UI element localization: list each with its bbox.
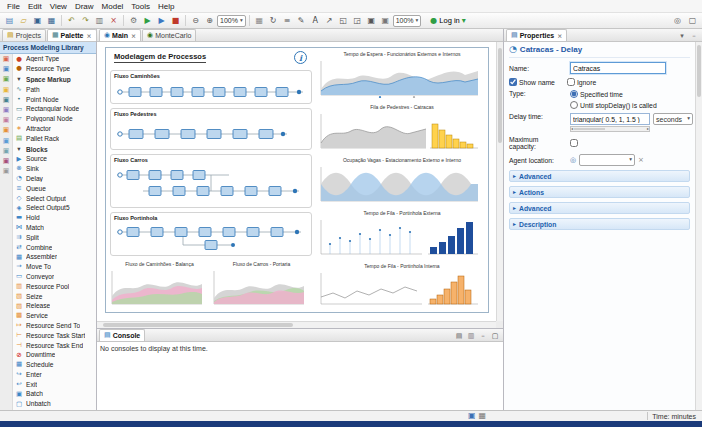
- flow-chain-svg[interactable]: [113, 167, 309, 205]
- properties-section-header[interactable]: ▸ Actions: [509, 186, 690, 198]
- model-canvas[interactable]: Modelagem de Processos i Fluxo Caminhões: [97, 42, 496, 321]
- menu-draw[interactable]: Draw: [71, 1, 98, 12]
- time-units-select[interactable]: seconds ▾: [653, 113, 693, 125]
- palette-item-point-node[interactable]: • Point Node: [13, 94, 96, 104]
- build-icon[interactable]: ⚙: [127, 14, 140, 27]
- palette-group-space-markup[interactable]: ▾ Space Markup: [13, 75, 96, 85]
- flow-group-portinhola[interactable]: Fluxo Portinhola: [110, 212, 312, 256]
- close-icon[interactable]: ×: [87, 33, 92, 39]
- maximize-view-icon[interactable]: ▢: [490, 331, 500, 341]
- new-model-icon[interactable]: ▤: [3, 14, 16, 27]
- palette-library-tab[interactable]: ▣: [3, 168, 10, 175]
- tab-projects[interactable]: ▤ Projects: [2, 29, 46, 41]
- palette-item-combine[interactable]: ⇄ Combine: [13, 242, 96, 252]
- scrollbar-thumb[interactable]: [697, 45, 701, 97]
- properties-section-header[interactable]: ▸ Advanced: [509, 170, 690, 182]
- close-icon[interactable]: ×: [557, 33, 562, 39]
- chart-tempo-espera[interactable]: Tempo de Espera - Funcionários Externos …: [318, 50, 486, 101]
- palette-item-move-to[interactable]: → Move To: [13, 262, 96, 272]
- palette-library-tab[interactable]: ▣: [3, 76, 10, 83]
- palette-item-unbatch[interactable]: ▢ Unbatch: [13, 399, 96, 409]
- minimize-view-icon[interactable]: –: [689, 31, 699, 41]
- tab-palette[interactable]: ▦ Palette ×: [47, 29, 97, 41]
- save-all-icon[interactable]: ▦: [45, 14, 58, 27]
- palette-library-tab[interactable]: ▣: [3, 127, 10, 134]
- palette-item-resource-pool[interactable]: ▥ Resource Pool: [13, 281, 96, 291]
- palette-library-tab[interactable]: ▣: [3, 107, 10, 114]
- palette-item-resource-task-end[interactable]: ⊣ Resource Task End: [13, 340, 96, 350]
- chart-fila-pedestres[interactable]: Fila de Pedestres - Catracas: [318, 103, 486, 154]
- open-perspective-icon[interactable]: ▢: [686, 14, 699, 27]
- until-stopdelay-radio[interactable]: [570, 101, 578, 109]
- palette-library-tab[interactable]: ▣: [3, 158, 10, 165]
- palette-item-downtime[interactable]: ⊘ Downtime: [13, 350, 96, 360]
- scrollbar-track[interactable]: [573, 127, 647, 131]
- specified-time-radio[interactable]: [570, 90, 578, 98]
- palette-item-delay[interactable]: ◔ Delay: [13, 174, 96, 184]
- chart-fila-portinhola-interna[interactable]: Tempo de Fila - Portinhola Interna: [318, 262, 486, 312]
- palette-item-enter[interactable]: ↪ Enter: [13, 370, 96, 380]
- menu-model[interactable]: Model: [98, 1, 128, 12]
- palette-item-polygonal-node[interactable]: ▱ Polygonal Node: [13, 114, 96, 124]
- bring-to-front-icon[interactable]: ◱: [337, 14, 350, 27]
- canvas-horizontal-scrollbar[interactable]: [97, 321, 496, 328]
- info-icon[interactable]: i: [294, 51, 307, 64]
- scroll-right-icon[interactable]: ▸: [647, 127, 649, 131]
- save-icon[interactable]: ▣: [31, 14, 44, 27]
- chart-ocupacao-vagas[interactable]: Ocupação Vagas - Estacionamento Externo …: [318, 156, 486, 207]
- palette-item-agent-type[interactable]: ● Agent Type: [13, 54, 96, 64]
- palette-item-source[interactable]: ▶ Source: [13, 154, 96, 164]
- tab-properties[interactable]: ▤ Properties ×: [506, 29, 567, 41]
- palette-library-tab[interactable]: ▣: [3, 138, 10, 145]
- palette-item-release[interactable]: ▨ Release: [13, 301, 96, 311]
- stop-icon[interactable]: ■: [169, 14, 182, 27]
- scrollbar-thumb[interactable]: [103, 323, 293, 327]
- menu-help[interactable]: Help: [154, 1, 178, 12]
- chart-fluxo-caminhoes-balanca[interactable]: Fluxo de Caminhões - Balança: [110, 260, 209, 312]
- tab-montecarlo[interactable]: ◉ MonteCarlo: [142, 29, 196, 41]
- palette-library-tab[interactable]: ▣: [3, 148, 10, 155]
- connector-icon[interactable]: ↗: [323, 14, 336, 27]
- palette-library-tab[interactable]: ▣: [3, 66, 10, 73]
- text-tool-icon[interactable]: A: [309, 14, 322, 27]
- search-icon[interactable]: ◎: [671, 14, 684, 27]
- status-task-icon[interactable]: ▦: [479, 412, 487, 420]
- redo-icon[interactable]: ↷: [79, 14, 92, 27]
- properties-section-header[interactable]: ▸ Description: [509, 218, 690, 230]
- palette-item-hold[interactable]: ▬ Hold: [13, 213, 96, 223]
- copy-icon[interactable]: ▥: [93, 14, 106, 27]
- palette-item-attractor[interactable]: ∗ Attractor: [13, 124, 96, 134]
- palette-item-exit[interactable]: ↩ Exit: [13, 379, 96, 389]
- menu-file[interactable]: File: [3, 1, 24, 12]
- zoom-in-icon[interactable]: ⊕: [203, 14, 216, 27]
- scrollbar-thumb[interactable]: [498, 48, 502, 143]
- palette-item-batch[interactable]: ▣ Batch: [13, 389, 96, 399]
- palette-item-match[interactable]: ⋈ Match: [13, 223, 96, 233]
- rotate-icon[interactable]: ↻: [267, 14, 280, 27]
- pen-icon[interactable]: ✎: [295, 14, 308, 27]
- tab-console[interactable]: ▤ Console: [99, 329, 145, 341]
- show-name-checkbox[interactable]: [509, 78, 517, 86]
- zoom-select[interactable]: 100%▾: [217, 15, 246, 27]
- ignore-checkbox[interactable]: [567, 78, 575, 86]
- grid-icon[interactable]: ▦: [253, 14, 266, 27]
- palette-item-select-output5[interactable]: ◈ Select Output5: [13, 203, 96, 213]
- debug-icon[interactable]: ▶: [155, 14, 168, 27]
- run-icon[interactable]: ▶: [141, 14, 154, 27]
- chart-fila-portinhola-externa[interactable]: Tempo de Fila - Portinhola Externa: [318, 209, 486, 260]
- palette-item-split[interactable]: ⇉ Split: [13, 232, 96, 242]
- expression-scrollbar[interactable]: ◂ ▸: [570, 126, 650, 132]
- palette-item-resource-send-to[interactable]: ↦ Resource Send To: [13, 321, 96, 331]
- delete-icon[interactable]: ×: [107, 14, 120, 27]
- delay-expression-input[interactable]: [570, 113, 650, 125]
- maximum-capacity-checkbox[interactable]: [570, 139, 578, 147]
- show-name-option[interactable]: Show name: [509, 78, 555, 86]
- canvas-vertical-scrollbar[interactable]: [496, 42, 503, 321]
- flow-chain-svg[interactable]: [113, 121, 309, 147]
- palette-item-select-output[interactable]: ◇ Select Output: [13, 193, 96, 203]
- flow-group-caminhoes[interactable]: Fluxo Caminhões: [110, 70, 312, 104]
- menu-view[interactable]: View: [46, 1, 71, 12]
- palette-item-conveyor[interactable]: ▭ Conveyor: [13, 272, 96, 282]
- palette-library-tab[interactable]: ▣: [3, 56, 10, 63]
- zoom-out-icon[interactable]: ⊖: [189, 14, 202, 27]
